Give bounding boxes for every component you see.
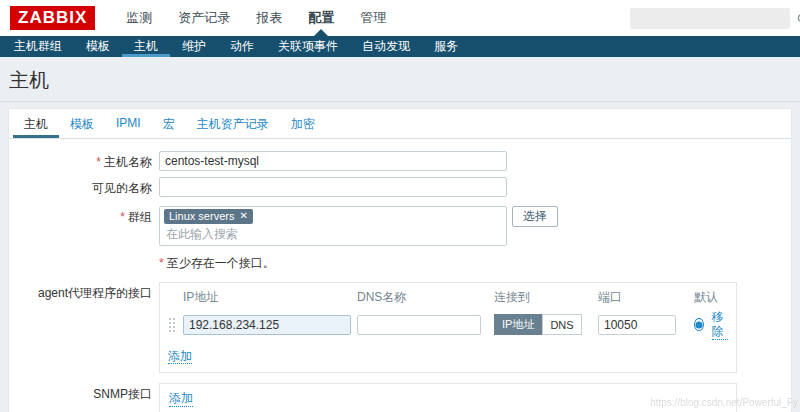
ip-header: IP地址: [183, 289, 351, 306]
connect-to-header: 连接到: [494, 289, 584, 306]
visible-name-label: 可见的名称: [9, 177, 159, 197]
menu-configuration-label: 配置: [308, 9, 334, 27]
required-asterisk: *: [120, 210, 125, 224]
groups-search-placeholder[interactable]: 在此输入搜索: [164, 224, 502, 243]
nav-discovery[interactable]: 自动发现: [350, 36, 422, 57]
tab-macros[interactable]: 宏: [152, 109, 186, 138]
group-chip: Linux servers ✕: [164, 209, 253, 224]
connect-dns-toggle-button[interactable]: DNS: [542, 314, 581, 335]
tab-templates[interactable]: 模板: [59, 109, 105, 138]
form-tabs: 主机 模板 IPMI 宏 主机资产记录 加密: [9, 109, 791, 139]
required-asterisk: *: [159, 256, 164, 270]
menu-inventory[interactable]: 资产记录: [165, 0, 243, 36]
interface-required-note: *至少存在一个接口。: [159, 252, 275, 272]
global-search[interactable]: [630, 8, 790, 29]
tab-host-inventory[interactable]: 主机资产记录: [186, 109, 280, 138]
tab-encryption[interactable]: 加密: [280, 109, 326, 138]
menu-configuration[interactable]: 配置: [295, 0, 347, 36]
port-header: 端口: [598, 289, 676, 306]
top-menu: 监测 资产记录 报表 配置 管理: [113, 0, 399, 36]
menu-reports[interactable]: 报表: [243, 0, 295, 36]
required-asterisk: *: [96, 155, 101, 169]
host-name-input[interactable]: [159, 151, 507, 171]
tab-ipmi[interactable]: IPMI: [105, 109, 152, 138]
interface-dns-input[interactable]: [357, 315, 481, 335]
groups-multiselect[interactable]: Linux servers ✕ 在此输入搜索: [159, 206, 507, 246]
default-header: 默认: [694, 289, 728, 306]
nav-templates[interactable]: 模板: [74, 36, 122, 57]
tab-host[interactable]: 主机: [13, 109, 59, 138]
groups-label: *群组: [9, 206, 159, 246]
host-form-card: 主机 模板 IPMI 宏 主机资产记录 加密 *主机名称 可见的名称 *群组 L: [8, 108, 792, 412]
add-snmp-interface-link[interactable]: 添加: [169, 391, 193, 406]
host-name-label: *主机名称: [9, 151, 159, 171]
agent-interfaces-label: agent代理程序的接口: [9, 282, 159, 373]
connect-to-toggle: IP地址 DNS: [494, 314, 582, 335]
page-title: 主机: [9, 67, 791, 94]
groups-select-button[interactable]: 选择: [512, 206, 558, 227]
nav-host-groups[interactable]: 主机群组: [2, 36, 74, 57]
menu-monitoring[interactable]: 监测: [113, 0, 165, 36]
host-form: *主机名称 可见的名称 *群组 Linux servers ✕ 在此输入搜索 选…: [9, 139, 791, 412]
snmp-interfaces-box: 添加: [159, 383, 737, 412]
add-agent-interface-link[interactable]: 添加: [168, 349, 192, 364]
menu-administration[interactable]: 管理: [347, 0, 399, 36]
sub-nav: 主机群组 模板 主机 维护 动作 关联项事件 自动发现 服务: [0, 36, 800, 57]
connect-ip-toggle-button[interactable]: IP地址: [494, 314, 542, 335]
interface-ip-input[interactable]: [183, 315, 351, 335]
interface-port-input[interactable]: [598, 315, 676, 335]
group-chip-label: Linux servers: [169, 210, 234, 222]
nav-maintenance[interactable]: 维护: [170, 36, 218, 57]
dns-header: DNS名称: [357, 289, 481, 306]
default-interface-radio[interactable]: [694, 318, 704, 331]
zabbix-logo[interactable]: ZABBIX: [10, 6, 95, 30]
title-row: 主机: [0, 57, 800, 102]
top-header: ZABBIX 监测 资产记录 报表 配置 管理: [0, 0, 800, 36]
interface-column-headers: IP地址 DNS名称 连接到 端口 默认: [168, 289, 728, 306]
visible-name-input[interactable]: [159, 177, 507, 197]
nav-actions[interactable]: 动作: [218, 36, 266, 57]
active-menu-caret-icon: [314, 29, 328, 36]
snmp-interfaces-label: SNMP接口: [9, 383, 159, 412]
nav-event-correlation[interactable]: 关联项事件: [266, 36, 350, 57]
remove-interface-link[interactable]: 移除: [712, 310, 728, 340]
nav-services[interactable]: 服务: [422, 36, 470, 57]
agent-interface-row: IP地址 DNS 移除: [168, 310, 728, 340]
agent-interfaces-box: IP地址 DNS名称 连接到 端口 默认 IP地址 DNS: [159, 282, 737, 373]
nav-hosts[interactable]: 主机: [122, 36, 170, 57]
drag-handle-icon[interactable]: [168, 317, 176, 333]
chip-remove-icon[interactable]: ✕: [239, 211, 247, 221]
search-input[interactable]: [630, 8, 797, 29]
